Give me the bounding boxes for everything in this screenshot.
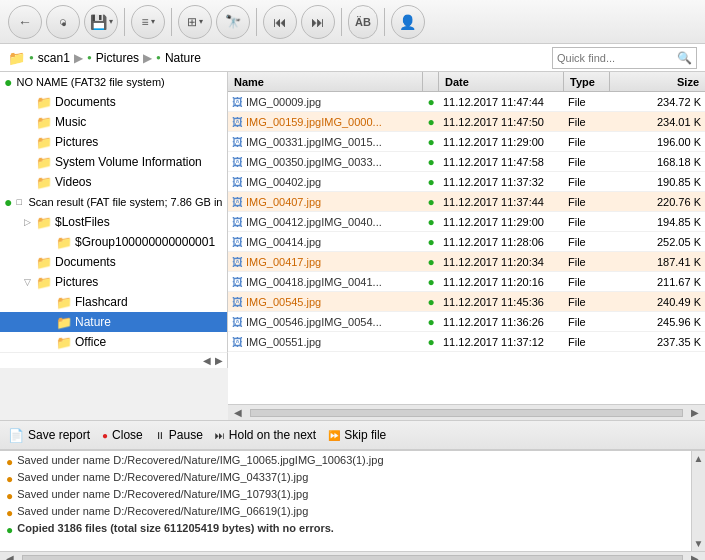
tree-item-nature[interactable]: 📁 Nature [0, 312, 227, 332]
file-scroll-right[interactable]: ▶ [687, 407, 703, 418]
grid-button[interactable]: ⊞ ▾ [178, 5, 212, 39]
file-row[interactable]: 🖼 IMG_00407.jpg ● 11.12.2017 11:37:44 Fi… [228, 192, 705, 212]
status-dot: ● [427, 95, 434, 109]
file-cell-date: 11.12.2017 11:29:00 [439, 216, 564, 228]
file-row[interactable]: 🖼 IMG_00331.jpgIMG_0015... ● 11.12.2017 … [228, 132, 705, 152]
log-hscroll-left[interactable]: ◀ [2, 553, 18, 560]
file-row[interactable]: 🖼 IMG_00418.jpgIMG_0041... ● 11.12.2017 … [228, 272, 705, 292]
file-row[interactable]: 🖼 IMG_00009.jpg ● 11.12.2017 11:47:44 Fi… [228, 92, 705, 112]
back-button[interactable]: ← [8, 5, 42, 39]
tree-scroll-right[interactable]: ▶ [215, 355, 223, 366]
file-row[interactable]: 🖼 IMG_00412.jpgIMG_0040... ● 11.12.2017 … [228, 212, 705, 232]
tree-item-flashcard[interactable]: 📁 Flashcard [0, 292, 227, 312]
file-name-text: IMG_00402.jpg [246, 176, 321, 188]
tree-item-sysvolinfo[interactable]: 📁 System Volume Information [0, 152, 227, 172]
binoculars-button[interactable]: 🔭 [216, 5, 250, 39]
sep2: ▶ [143, 51, 152, 65]
log-hscroll-track[interactable] [22, 555, 683, 561]
user-button[interactable]: 👤 [391, 5, 425, 39]
file-scroll-track[interactable] [250, 409, 683, 417]
save-button[interactable]: 💾 ▾ [84, 5, 118, 39]
search-go-icon[interactable]: 🔍 [677, 51, 692, 65]
skip-file-label: Skip file [344, 428, 386, 442]
file-row[interactable]: 🖼 IMG_00551.jpg ● 11.12.2017 11:37:12 Fi… [228, 332, 705, 352]
tree-item-group[interactable]: 📁 $Group100000000000001 [0, 232, 227, 252]
back-icon: ← [18, 14, 32, 30]
file-row[interactable]: 🖼 IMG_00545.jpg ● 11.12.2017 11:45:36 Fi… [228, 292, 705, 312]
skip-file-button[interactable]: ⏩ Skip file [328, 428, 386, 442]
tree-scroll-left[interactable]: ◀ [203, 355, 211, 366]
grid-dropdown[interactable]: ▾ [199, 17, 203, 26]
file-cell-size: 220.76 K [610, 196, 705, 208]
pictures2-label: Pictures [55, 275, 98, 289]
log-line: ● Saved under name D:/Recovered/Nature/I… [6, 453, 685, 470]
hold-on-next-button[interactable]: ⏭ Hold on the next [215, 428, 316, 442]
tree-item-office[interactable]: 📁 Office [0, 332, 227, 352]
file-cell-type: File [564, 236, 610, 248]
breadcrumb-item-nature[interactable]: ● Nature [156, 51, 201, 65]
log-line: ● Saved under name D:/Recovered/Nature/I… [6, 504, 685, 521]
documents1-label: Documents [55, 95, 116, 109]
folder-icon-documents2: 📁 [36, 255, 52, 270]
file-img-icon: 🖼 [232, 316, 243, 328]
file-cell-type: File [564, 216, 610, 228]
file-row[interactable]: 🖼 IMG_00402.jpg ● 11.12.2017 11:37:32 Fi… [228, 172, 705, 192]
list-dropdown[interactable]: ▾ [151, 17, 155, 26]
tree-item-music[interactable]: 📁 Music [0, 112, 227, 132]
skip-icon: ⏩ [328, 430, 340, 441]
file-cell-date: 11.12.2017 11:20:16 [439, 276, 564, 288]
ab-button[interactable]: ÄB [348, 5, 378, 39]
folder-icon-documents1: 📁 [36, 95, 52, 110]
folder-icon-pictures2: 📁 [36, 275, 52, 290]
tree-item-pictures1[interactable]: 📁 Pictures [0, 132, 227, 152]
log-scroll-up[interactable]: ▲ [694, 453, 704, 464]
close-button[interactable]: ● Close [102, 428, 143, 442]
tree-panel-wrapper: ● NO NAME (FAT32 file system) 📁 Document… [0, 72, 228, 420]
tree-item-documents2[interactable]: 📁 Documents [0, 252, 227, 272]
save-dropdown[interactable]: ▾ [109, 17, 113, 26]
pause-button[interactable]: ⏸ Pause [155, 428, 203, 442]
log-scrollbar[interactable]: ▲ ▼ [691, 451, 705, 551]
search-button[interactable]: ○ ● [46, 5, 80, 39]
status-dot: ● [427, 215, 434, 229]
tree-item-scanresult[interactable]: ● □ Scan result (FAT file system; 7.86 G… [0, 192, 227, 212]
file-cell-name: 🖼 IMG_00350.jpgIMG_0033... [228, 156, 423, 168]
col-size: Size [610, 72, 705, 91]
file-cell-status: ● [423, 315, 439, 329]
close-dot-icon: ● [102, 430, 108, 441]
file-name-text: IMG_00412.jpgIMG_0040... [246, 216, 382, 228]
prev-button[interactable]: ⏮ [263, 5, 297, 39]
list-button[interactable]: ≡ ▾ [131, 5, 165, 39]
tree-item-noname[interactable]: ● NO NAME (FAT32 file system) [0, 72, 227, 92]
log-scroll-down[interactable]: ▼ [694, 538, 704, 549]
tree-item-documents1[interactable]: 📁 Documents [0, 92, 227, 112]
scan-green-icon: ● [4, 194, 12, 210]
file-cell-size: 190.85 K [610, 176, 705, 188]
save-report-button[interactable]: 📄 Save report [8, 428, 90, 443]
file-row[interactable]: 🖼 IMG_00414.jpg ● 11.12.2017 11:28:06 Fi… [228, 232, 705, 252]
file-row[interactable]: 🖼 IMG_00350.jpgIMG_0033... ● 11.12.2017 … [228, 152, 705, 172]
file-cell-date: 11.12.2017 11:45:36 [439, 296, 564, 308]
log-hscroll-right[interactable]: ▶ [687, 553, 703, 560]
file-cell-status: ● [423, 175, 439, 189]
quick-find-input[interactable] [557, 52, 677, 64]
file-scroll-left[interactable]: ◀ [230, 407, 246, 418]
tree-item-videos[interactable]: 📁 Videos [0, 172, 227, 192]
file-row[interactable]: 🖼 IMG_00417.jpg ● 11.12.2017 11:20:34 Fi… [228, 252, 705, 272]
folder-icon-group: 📁 [56, 235, 72, 250]
breadcrumb-item-scan1[interactable]: ● scan1 [29, 51, 70, 65]
folder-icon-nature: 📁 [56, 315, 72, 330]
play-button[interactable]: ⏭ [301, 5, 335, 39]
tree-item-pictures2[interactable]: ▽ 📁 Pictures [0, 272, 227, 292]
file-cell-status: ● [423, 215, 439, 229]
expand-pictures2: ▽ [24, 277, 34, 287]
file-row[interactable]: 🖼 IMG_00546.jpgIMG_0054... ● 11.12.2017 … [228, 312, 705, 332]
file-row[interactable]: 🖼 IMG_00159.jpgIMG_0000... ● 11.12.2017 … [228, 112, 705, 132]
file-cell-date: 11.12.2017 11:47:44 [439, 96, 564, 108]
log-dot-icon: ● [6, 455, 13, 469]
group-label: $Group100000000000001 [75, 235, 215, 249]
scanresult-label: Scan result (FAT file system; 7.86 GB in [28, 196, 222, 208]
file-name-text: IMG_00331.jpgIMG_0015... [246, 136, 382, 148]
tree-item-lostfiles[interactable]: ▷ 📁 $LostFiles [0, 212, 227, 232]
breadcrumb-item-pictures[interactable]: ● Pictures [87, 51, 139, 65]
